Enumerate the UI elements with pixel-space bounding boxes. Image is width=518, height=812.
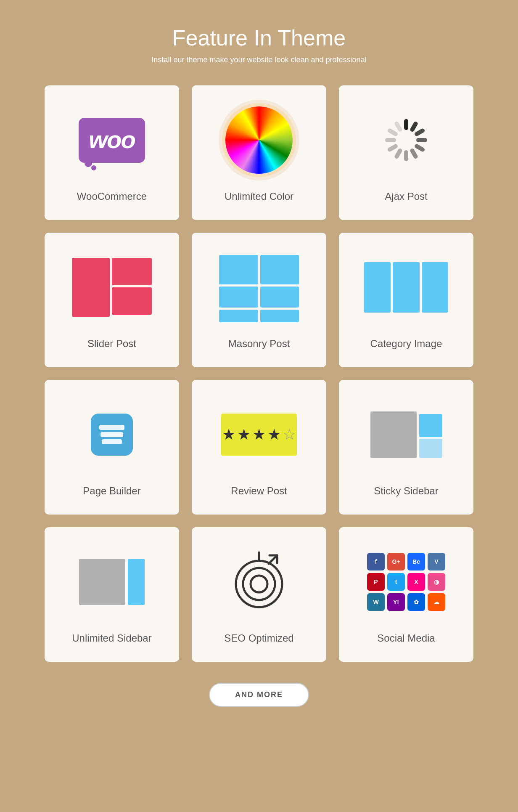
svg-rect-2 — [414, 128, 426, 137]
svg-point-13 — [243, 568, 275, 600]
svg-rect-1 — [410, 121, 419, 133]
unlimited-color-label: Unlimited Color — [225, 191, 293, 202]
svg-point-14 — [251, 576, 267, 592]
page-title: Feature In Theme — [151, 25, 366, 50]
seo-optimized-icon-area — [204, 540, 314, 624]
feature-card-unlimited-color: Unlimited Color — [192, 85, 326, 220]
slider-post-icon-area — [57, 245, 166, 329]
masonry-post-icon — [219, 255, 299, 320]
woocommerce-label: WooCommerce — [77, 191, 147, 202]
social-media-icon-area: f G+ Be V P t X ◑ W Y! ✿ ☁ — [352, 540, 461, 624]
review-post-icon-area: ★ ★ ★ ★ ☆ — [204, 393, 314, 477]
svg-rect-11 — [394, 121, 403, 133]
category-image-label: Category Image — [370, 338, 442, 350]
feature-card-social-media: f G+ Be V P t X ◑ W Y! ✿ ☁ Social Media — [339, 527, 473, 662]
review-post-icon: ★ ★ ★ ★ ☆ — [221, 414, 297, 456]
social-media-icon: f G+ Be V P t X ◑ W Y! ✿ ☁ — [367, 553, 445, 611]
woocommerce-icon-area: woo — [57, 98, 166, 182]
svg-rect-9 — [385, 138, 396, 142]
svg-rect-8 — [387, 143, 399, 153]
ajax-post-label: Ajax Post — [385, 191, 427, 202]
svg-rect-4 — [414, 143, 426, 153]
feature-card-category-image: Category Image — [339, 233, 473, 367]
social-media-label: Social Media — [377, 632, 435, 644]
svg-rect-3 — [416, 138, 427, 142]
unlimited-sidebar-icon — [79, 559, 145, 605]
feature-card-page-builder: Page Builder — [45, 380, 179, 515]
slider-post-label: Slider Post — [87, 338, 136, 350]
feature-card-ajax-post: Ajax Post — [339, 85, 473, 220]
sticky-sidebar-icon-area — [352, 393, 461, 477]
page-builder-icon — [91, 414, 133, 456]
seo-optimized-label: SEO Optimized — [224, 632, 293, 644]
unlimited-sidebar-label: Unlimited Sidebar — [72, 632, 151, 644]
svg-rect-5 — [410, 148, 419, 159]
unlimited-color-icon-area — [204, 98, 314, 182]
page-header: Feature In Theme Install our theme make … — [151, 25, 366, 64]
svg-rect-10 — [387, 128, 399, 137]
feature-card-masonry-post: Masonry Post — [192, 233, 326, 367]
feature-card-review-post: ★ ★ ★ ★ ☆ Review Post — [192, 380, 326, 515]
svg-rect-6 — [404, 150, 408, 161]
category-image-icon — [364, 262, 448, 313]
svg-rect-7 — [394, 148, 403, 159]
unlimited-sidebar-icon-area — [57, 540, 166, 624]
page-subtitle: Install our theme make your website look… — [151, 56, 366, 64]
svg-line-16 — [269, 555, 277, 564]
masonry-post-icon-area — [204, 245, 314, 329]
sticky-sidebar-label: Sticky Sidebar — [374, 485, 438, 497]
slider-post-icon — [72, 258, 152, 317]
and-more-button[interactable]: AND MORE — [209, 683, 309, 707]
ajax-post-icon-area — [352, 98, 461, 182]
color-wheel-icon — [225, 106, 293, 174]
feature-card-sticky-sidebar: Sticky Sidebar — [339, 380, 473, 515]
feature-card-seo-optimized: SEO Optimized — [192, 527, 326, 662]
feature-card-unlimited-sidebar: Unlimited Sidebar — [45, 527, 179, 662]
seo-optimized-icon — [227, 550, 291, 613]
features-grid: woo WooCommerce Unlimited Color — [45, 85, 473, 662]
feature-card-slider-post: Slider Post — [45, 233, 179, 367]
woocommerce-icon: woo — [79, 118, 145, 163]
page-builder-icon-area — [57, 393, 166, 477]
page-builder-label: Page Builder — [83, 485, 140, 497]
review-post-label: Review Post — [231, 485, 287, 497]
feature-card-woocommerce: woo WooCommerce — [45, 85, 179, 220]
category-image-icon-area — [352, 245, 461, 329]
masonry-post-label: Masonry Post — [228, 338, 290, 350]
svg-rect-0 — [404, 119, 408, 130]
spinner-icon — [381, 115, 431, 165]
sticky-sidebar-icon — [370, 411, 442, 458]
